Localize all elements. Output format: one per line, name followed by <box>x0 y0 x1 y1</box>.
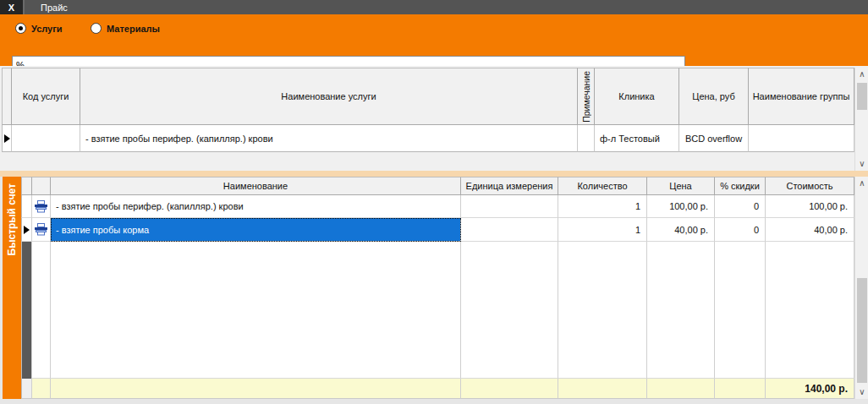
current-row-indicator-cell <box>21 218 32 242</box>
filter-panel: Услуги Материалы <box>0 14 868 66</box>
scroll-up-icon[interactable]: ∧ <box>855 177 868 190</box>
scrollbar-thumb[interactable] <box>857 83 867 110</box>
column-header-price[interactable]: Цена, руб <box>679 68 749 125</box>
empty-cell <box>715 242 766 379</box>
empty-cell <box>461 379 558 399</box>
empty-grid-area <box>21 242 854 379</box>
cell-cost[interactable]: 40,00 р. <box>766 218 854 242</box>
cell-unit[interactable] <box>461 195 558 218</box>
printer-icon <box>34 223 48 236</box>
empty-cell <box>715 379 766 399</box>
radio-unselected-icon <box>91 23 102 34</box>
quick-bill-section: Быстрый счет Наименование Единица измере… <box>0 177 868 404</box>
column-header-qty[interactable]: Количество <box>558 177 647 195</box>
scrollbar-thumb[interactable] <box>857 278 867 383</box>
indicator-cell <box>21 379 32 399</box>
empty-cell <box>647 379 715 399</box>
price-table-header-row: Код услуги Наименование услуги Примечани… <box>2 68 854 125</box>
radio-selected-icon <box>15 23 26 34</box>
column-header-service-name[interactable]: Наименование услуги <box>80 68 578 125</box>
current-row-icon <box>4 134 10 143</box>
column-header-code[interactable]: Код услуги <box>12 68 80 125</box>
quick-bill-table: Наименование Единица измерения Количеств… <box>21 177 854 399</box>
cell-qty[interactable]: 1 <box>558 195 647 218</box>
price-table-section: Код услуги Наименование услуги Примечани… <box>0 66 868 171</box>
column-header-price[interactable]: Цена <box>647 177 715 195</box>
titlebar[interactable]: X Прайс <box>0 0 868 14</box>
indicator-strip <box>21 242 32 379</box>
cell-code[interactable] <box>12 125 80 152</box>
cell-price[interactable]: BCD overflow <box>679 125 749 152</box>
note-header-vertical-label: Примечание <box>581 71 591 123</box>
scroll-down-icon[interactable]: ∨ <box>855 157 868 171</box>
scroll-up-icon[interactable]: ∧ <box>855 68 868 81</box>
empty-cell <box>32 379 51 399</box>
cell-cost[interactable]: 100,00 р. <box>766 195 854 218</box>
current-row-indicator-cell <box>2 125 12 152</box>
column-header-discount[interactable]: % скидки <box>715 177 766 195</box>
cell-price[interactable]: 100,00 р. <box>647 195 715 218</box>
empty-cell <box>766 242 854 379</box>
current-row-icon <box>24 226 30 234</box>
empty-cell <box>647 242 715 379</box>
indicator-column-header <box>21 177 32 195</box>
cell-group[interactable] <box>749 125 854 152</box>
cell-unit[interactable] <box>461 218 558 242</box>
price-window: X Прайс Услуги Материалы Код услуги Наим… <box>0 0 868 404</box>
empty-cell <box>32 242 51 379</box>
cell-discount[interactable]: 0 <box>715 218 766 242</box>
close-button[interactable]: X <box>0 0 25 14</box>
print-row-button[interactable] <box>32 218 51 242</box>
empty-cell <box>51 379 461 399</box>
cell-price[interactable]: 40,00 р. <box>647 218 715 242</box>
radio-materials[interactable]: Материалы <box>91 23 160 34</box>
cell-discount[interactable]: 0 <box>715 195 766 218</box>
cell-service-name[interactable]: - взятие пробы перифер. (капилляр.) кров… <box>80 125 578 152</box>
indicator-cell <box>21 195 32 218</box>
print-row-button[interactable] <box>32 195 51 218</box>
total-cost-value: 140,00 р. <box>766 379 854 399</box>
column-header-group[interactable]: Наименование группы <box>749 68 854 125</box>
bill-row[interactable]: - взятие пробы перифер. (капилляр.) кров… <box>21 195 854 218</box>
empty-cell <box>461 242 558 379</box>
cell-note[interactable] <box>578 125 595 152</box>
price-table-scrollbar[interactable]: ∧ ∨ <box>854 68 868 171</box>
radio-services-label: Услуги <box>31 24 63 34</box>
column-header-unit[interactable]: Единица измерения <box>461 177 558 195</box>
column-header-cost[interactable]: Стоимость <box>766 177 854 195</box>
printer-icon <box>34 200 48 213</box>
column-header-note[interactable]: Примечание <box>578 68 595 125</box>
price-table-row[interactable]: - взятие пробы перифер. (капилляр.) кров… <box>2 125 854 152</box>
scroll-down-icon[interactable]: ∨ <box>855 385 868 399</box>
empty-cell <box>558 242 647 379</box>
cell-qty[interactable]: 1 <box>558 218 647 242</box>
radio-materials-label: Материалы <box>107 24 160 34</box>
column-header-clinic[interactable]: Клиника <box>595 68 679 125</box>
radio-services[interactable]: Услуги <box>15 23 63 34</box>
cell-name-selected[interactable]: - взятие пробы корма <box>51 218 461 242</box>
quick-bill-header-row: Наименование Единица измерения Количеств… <box>21 177 854 195</box>
window-title: Прайс <box>41 0 68 14</box>
cell-name[interactable]: - взятие пробы перифер. (капилляр.) кров… <box>51 195 461 218</box>
window-bottom-edge <box>0 399 854 404</box>
quick-bill-band: Быстрый счет <box>3 177 21 401</box>
total-row: 140,00 р. <box>21 379 854 399</box>
indicator-column-header <box>2 68 12 125</box>
quick-bill-band-label: Быстрый счет <box>6 183 18 255</box>
column-header-name[interactable]: Наименование <box>51 177 461 195</box>
empty-cell <box>51 242 461 379</box>
cell-clinic[interactable]: ф-л Тестовый <box>595 125 679 152</box>
section-separator <box>0 171 868 177</box>
empty-cell <box>558 379 647 399</box>
quick-bill-scrollbar[interactable]: ∧ ∨ <box>854 177 868 399</box>
bill-row-selected[interactable]: - взятие пробы корма 1 40,00 р. 0 40,00 … <box>21 218 854 242</box>
printer-column-header <box>32 177 51 195</box>
